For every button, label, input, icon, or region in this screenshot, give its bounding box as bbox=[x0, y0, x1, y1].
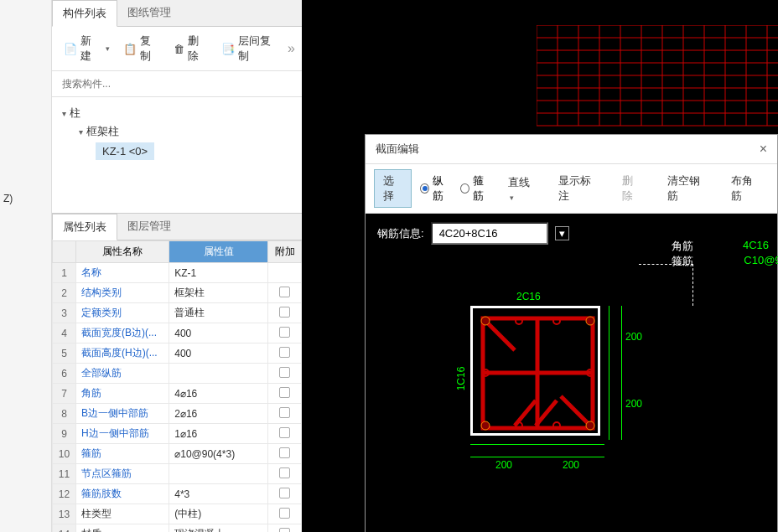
prop-name: 箍筋肢数 bbox=[76, 484, 169, 504]
clear-rebar-button[interactable]: 清空钢筋 bbox=[659, 170, 715, 207]
property-row[interactable]: 12 箍筋肢数 4*3 bbox=[53, 484, 302, 504]
dropdown-icon[interactable]: ▾ bbox=[555, 226, 569, 240]
delete-button[interactable]: 🗑 删除 bbox=[169, 32, 213, 65]
component-tree: ▾柱 ▾框架柱 KZ-1 <0> bbox=[52, 97, 302, 168]
left-strip-label: Z) bbox=[3, 193, 13, 204]
copy-button[interactable]: 📋 复制 bbox=[118, 32, 165, 65]
property-table: 属性名称 属性值 附加 1 名称 KZ-1 2 结构类别 框架柱 3 定额类别 … bbox=[52, 240, 302, 532]
dim-w-200b: 200 bbox=[563, 459, 579, 471]
prop-value[interactable]: ⌀10@90(4*3) bbox=[169, 444, 268, 464]
prop-name: 截面宽度(B边)(... bbox=[76, 323, 169, 343]
radio-longitudinal[interactable]: 纵筋 bbox=[420, 173, 452, 204]
line-tool[interactable]: 直线▾ bbox=[500, 172, 542, 206]
prop-extra-checkbox[interactable] bbox=[268, 343, 302, 364]
property-row[interactable]: 1 名称 KZ-1 bbox=[53, 263, 302, 283]
search-input[interactable] bbox=[59, 75, 295, 93]
rebar-info-label: 钢筋信息: bbox=[377, 226, 424, 241]
tree-node-kz1[interactable]: KZ-1 <0> bbox=[96, 142, 154, 160]
prop-value[interactable]: 2⌀16 bbox=[169, 404, 268, 424]
cad-grid bbox=[537, 25, 778, 134]
prop-extra-checkbox[interactable] bbox=[268, 524, 302, 533]
prop-name: 节点区箍筋 bbox=[76, 464, 169, 484]
prop-value[interactable]: 4*3 bbox=[169, 484, 268, 504]
prop-name: H边一侧中部筋 bbox=[76, 424, 169, 444]
dim-h-200a: 200 bbox=[625, 331, 642, 343]
property-row[interactable]: 11 节点区箍筋 bbox=[53, 464, 302, 484]
layers-icon: 📑 bbox=[221, 43, 235, 55]
prop-value[interactable]: 4⌀16 bbox=[169, 384, 268, 404]
prop-value[interactable]: (中柱) bbox=[169, 504, 268, 524]
label-corner-rebar: 角筋 bbox=[672, 239, 693, 254]
prop-value[interactable]: 1⌀16 bbox=[169, 424, 268, 444]
property-row[interactable]: 5 截面高度(H边)(... 400 bbox=[53, 343, 302, 364]
rebar-info-input[interactable] bbox=[431, 222, 548, 245]
prop-extra-checkbox[interactable] bbox=[268, 323, 302, 343]
prop-value[interactable]: KZ-1 bbox=[169, 263, 268, 283]
property-row[interactable]: 9 H边一侧中部筋 1⌀16 bbox=[53, 424, 302, 444]
caret-down-icon: ▾ bbox=[106, 44, 110, 53]
layer-copy-button[interactable]: 📑 层间复制 bbox=[216, 32, 284, 65]
close-icon[interactable]: × bbox=[760, 142, 767, 157]
property-row[interactable]: 2 结构类别 框架柱 bbox=[53, 283, 302, 303]
row-index: 4 bbox=[53, 323, 76, 343]
prop-value[interactable]: 400 bbox=[169, 343, 268, 364]
prop-name: 全部纵筋 bbox=[76, 364, 169, 384]
prop-extra-checkbox[interactable] bbox=[268, 444, 302, 464]
prop-extra-checkbox[interactable] bbox=[268, 504, 302, 524]
prop-extra-checkbox[interactable] bbox=[268, 484, 302, 504]
dim-h-200b: 200 bbox=[625, 398, 642, 410]
tree-node-frame-column[interactable]: ▾框架柱 bbox=[79, 122, 292, 141]
prop-extra-checkbox[interactable] bbox=[268, 263, 302, 283]
property-row[interactable]: 4 截面宽度(B边)(... 400 bbox=[53, 323, 302, 343]
row-index: 10 bbox=[53, 444, 76, 464]
section-canvas[interactable]: 钢筋信息: ▾ 角筋 箍筋 4C16 C10@90(4*3) 2C16 1C16 bbox=[366, 214, 777, 532]
corner-rebar-button[interactable]: 布角筋 bbox=[723, 170, 769, 207]
dim-top-2c16: 2C16 bbox=[516, 291, 541, 302]
svg-point-28 bbox=[481, 317, 490, 325]
prop-extra-checkbox[interactable] bbox=[268, 464, 302, 484]
prop-extra-checkbox[interactable] bbox=[268, 384, 302, 404]
new-button[interactable]: 📄 新建 ▾ bbox=[59, 32, 115, 65]
prop-name: 箍筋 bbox=[76, 444, 169, 464]
prop-extra-checkbox[interactable] bbox=[268, 303, 302, 323]
tab-drawing-mgmt[interactable]: 图纸管理 bbox=[117, 0, 181, 26]
prop-value[interactable]: 现浇混凝土 bbox=[169, 524, 268, 533]
property-row[interactable]: 7 角筋 4⌀16 bbox=[53, 384, 302, 404]
property-row[interactable]: 3 定额类别 普通柱 bbox=[53, 303, 302, 323]
prop-value[interactable] bbox=[169, 464, 268, 484]
property-row[interactable]: 13 柱类型 (中柱) bbox=[53, 504, 302, 524]
dialog-title: 截面编辑 bbox=[376, 142, 419, 157]
row-index: 3 bbox=[53, 303, 76, 323]
prop-extra-checkbox[interactable] bbox=[268, 404, 302, 424]
prop-name: 定额类别 bbox=[76, 303, 169, 323]
prop-value[interactable]: 普通柱 bbox=[169, 303, 268, 323]
select-tool[interactable]: 选择 bbox=[374, 169, 412, 208]
row-index: 8 bbox=[53, 404, 76, 424]
prop-value[interactable]: 框架柱 bbox=[169, 283, 268, 303]
delete-rebar-button[interactable]: 删除 bbox=[614, 170, 650, 207]
prop-value[interactable] bbox=[169, 364, 268, 384]
property-row[interactable]: 8 B边一侧中部筋 2⌀16 bbox=[53, 404, 302, 424]
rebar-svg bbox=[473, 308, 603, 438]
prop-value[interactable]: 400 bbox=[169, 323, 268, 343]
row-index: 7 bbox=[53, 384, 76, 404]
row-index: 6 bbox=[53, 364, 76, 384]
row-index: 14 bbox=[53, 524, 76, 533]
label-stirrup: 箍筋 bbox=[672, 254, 693, 269]
tree-node-column[interactable]: ▾柱 bbox=[62, 104, 292, 122]
prop-extra-checkbox[interactable] bbox=[268, 283, 302, 303]
prop-extra-checkbox[interactable] bbox=[268, 424, 302, 444]
prop-extra-checkbox[interactable] bbox=[268, 364, 302, 384]
prop-name: 名称 bbox=[76, 263, 169, 283]
property-row[interactable]: 10 箍筋 ⌀10@90(4*3) bbox=[53, 444, 302, 464]
prop-name: 结构类别 bbox=[76, 283, 169, 303]
property-row[interactable]: 6 全部纵筋 bbox=[53, 364, 302, 384]
row-index: 9 bbox=[53, 424, 76, 444]
show-annotation-button[interactable]: 显示标注 bbox=[550, 170, 606, 207]
tab-layer-mgmt[interactable]: 图层管理 bbox=[117, 214, 181, 240]
tab-property-list[interactable]: 属性列表 bbox=[52, 214, 117, 240]
radio-stirrup[interactable]: 箍筋 bbox=[460, 173, 492, 204]
property-row[interactable]: 14 材质 现浇混凝土 bbox=[53, 524, 302, 533]
tab-component-list[interactable]: 构件列表 bbox=[52, 0, 117, 27]
more-icon[interactable]: » bbox=[288, 41, 295, 56]
